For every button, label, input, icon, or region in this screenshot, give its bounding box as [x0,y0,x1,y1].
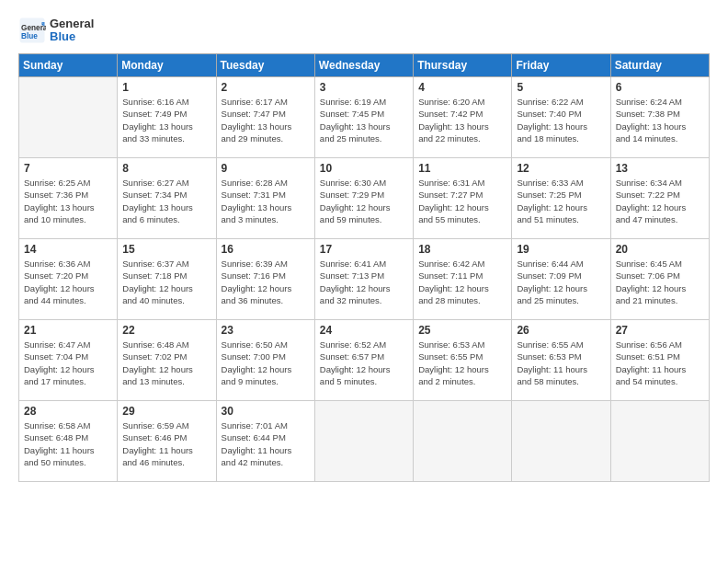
calendar-cell: 23Sunrise: 6:50 AMSunset: 7:00 PMDayligh… [216,320,314,401]
day-info: Sunrise: 6:53 AMSunset: 6:55 PMDaylight:… [418,339,506,387]
calendar-cell: 27Sunrise: 6:56 AMSunset: 6:51 PMDayligh… [610,320,709,401]
calendar-cell: 28Sunrise: 6:58 AMSunset: 6:48 PMDayligh… [19,401,118,482]
day-info: Sunrise: 6:31 AMSunset: 7:27 PMDaylight:… [418,177,506,225]
day-number: 18 [418,243,506,256]
day-info: Sunrise: 7:01 AMSunset: 6:44 PMDaylight:… [222,419,310,468]
day-number: 10 [320,162,408,175]
calendar-cell: 15Sunrise: 6:37 AMSunset: 7:18 PMDayligh… [118,239,216,320]
calendar-cell: 5Sunrise: 6:22 AMSunset: 7:40 PMDaylight… [512,77,610,158]
day-number: 7 [24,162,112,175]
calendar-cell: 11Sunrise: 6:31 AMSunset: 7:27 PMDayligh… [414,158,512,239]
weekday-header-friday: Friday [512,54,610,77]
calendar-cell: 12Sunrise: 6:33 AMSunset: 7:25 PMDayligh… [512,158,610,239]
day-info: Sunrise: 6:27 AMSunset: 7:34 PMDaylight:… [122,177,210,225]
day-info: Sunrise: 6:37 AMSunset: 7:18 PMDaylight:… [122,258,210,306]
day-info: Sunrise: 6:41 AMSunset: 7:13 PMDaylight:… [320,258,408,306]
day-number: 12 [517,162,605,175]
day-number: 30 [222,405,310,418]
weekday-header-saturday: Saturday [610,54,709,77]
day-number: 13 [616,162,704,175]
day-info: Sunrise: 6:59 AMSunset: 6:46 PMDaylight:… [122,419,210,468]
logo-icon: General Blue [18,17,46,44]
day-number: 29 [122,405,210,418]
day-info: Sunrise: 6:30 AMSunset: 7:29 PMDaylight:… [320,177,408,225]
calendar-cell: 20Sunrise: 6:45 AMSunset: 7:06 PMDayligh… [610,239,709,320]
calendar-cell: 4Sunrise: 6:20 AMSunset: 7:42 PMDaylight… [414,77,512,158]
day-number: 3 [320,81,408,94]
week-row-3: 14Sunrise: 6:36 AMSunset: 7:20 PMDayligh… [19,239,710,320]
day-info: Sunrise: 6:48 AMSunset: 7:02 PMDaylight:… [122,339,210,387]
calendar-cell: 1Sunrise: 6:16 AMSunset: 7:49 PMDaylight… [118,77,216,158]
day-number: 1 [122,81,210,94]
day-number: 20 [616,243,704,256]
weekday-header-row: SundayMondayTuesdayWednesdayThursdayFrid… [19,54,710,77]
day-info: Sunrise: 6:33 AMSunset: 7:25 PMDaylight:… [517,177,605,225]
day-info: Sunrise: 6:19 AMSunset: 7:45 PMDaylight:… [320,96,408,144]
calendar-cell [512,401,610,482]
day-number: 4 [418,81,506,94]
logo-blue-text: Blue [50,30,94,43]
day-number: 24 [320,324,408,337]
calendar-cell: 30Sunrise: 7:01 AMSunset: 6:44 PMDayligh… [216,401,314,482]
day-number: 17 [320,243,408,256]
day-number: 8 [122,162,210,175]
day-info: Sunrise: 6:52 AMSunset: 6:57 PMDaylight:… [320,339,408,387]
calendar-cell [414,401,512,482]
calendar-cell: 29Sunrise: 6:59 AMSunset: 6:46 PMDayligh… [118,401,216,482]
day-number: 19 [517,243,605,256]
day-number: 16 [222,243,310,256]
calendar-cell [19,77,118,158]
day-info: Sunrise: 6:22 AMSunset: 7:40 PMDaylight:… [517,96,605,144]
calendar-cell: 18Sunrise: 6:42 AMSunset: 7:11 PMDayligh… [414,239,512,320]
day-number: 21 [24,324,112,337]
day-number: 14 [24,243,112,256]
header: General Blue General Blue [18,17,710,44]
day-number: 5 [517,81,605,94]
calendar-cell: 19Sunrise: 6:44 AMSunset: 7:09 PMDayligh… [512,239,610,320]
calendar-cell: 14Sunrise: 6:36 AMSunset: 7:20 PMDayligh… [19,239,118,320]
weekday-header-wednesday: Wednesday [314,54,413,77]
calendar-cell: 3Sunrise: 6:19 AMSunset: 7:45 PMDaylight… [314,77,413,158]
weekday-header-tuesday: Tuesday [216,54,314,77]
calendar-cell: 25Sunrise: 6:53 AMSunset: 6:55 PMDayligh… [414,320,512,401]
day-info: Sunrise: 6:17 AMSunset: 7:47 PMDaylight:… [222,96,310,144]
day-info: Sunrise: 6:20 AMSunset: 7:42 PMDaylight:… [418,96,506,144]
day-info: Sunrise: 6:34 AMSunset: 7:22 PMDaylight:… [616,177,704,225]
day-number: 6 [616,81,704,94]
day-info: Sunrise: 6:28 AMSunset: 7:31 PMDaylight:… [222,177,310,225]
calendar-cell: 7Sunrise: 6:25 AMSunset: 7:36 PMDaylight… [19,158,118,239]
day-info: Sunrise: 6:16 AMSunset: 7:49 PMDaylight:… [122,96,210,144]
day-info: Sunrise: 6:45 AMSunset: 7:06 PMDaylight:… [616,258,704,306]
calendar-cell: 24Sunrise: 6:52 AMSunset: 6:57 PMDayligh… [314,320,413,401]
day-info: Sunrise: 6:24 AMSunset: 7:38 PMDaylight:… [616,96,704,144]
day-info: Sunrise: 6:50 AMSunset: 7:00 PMDaylight:… [222,339,310,387]
calendar-cell: 26Sunrise: 6:55 AMSunset: 6:53 PMDayligh… [512,320,610,401]
day-info: Sunrise: 6:25 AMSunset: 7:36 PMDaylight:… [24,177,112,225]
day-info: Sunrise: 6:44 AMSunset: 7:09 PMDaylight:… [517,258,605,306]
day-info: Sunrise: 6:36 AMSunset: 7:20 PMDaylight:… [24,258,112,306]
calendar-cell: 8Sunrise: 6:27 AMSunset: 7:34 PMDaylight… [118,158,216,239]
calendar-cell: 2Sunrise: 6:17 AMSunset: 7:47 PMDaylight… [216,77,314,158]
calendar-cell: 10Sunrise: 6:30 AMSunset: 7:29 PMDayligh… [314,158,413,239]
day-number: 27 [616,324,704,337]
week-row-1: 1Sunrise: 6:16 AMSunset: 7:49 PMDaylight… [19,77,710,158]
calendar-cell: 9Sunrise: 6:28 AMSunset: 7:31 PMDaylight… [216,158,314,239]
day-number: 2 [222,81,310,94]
day-number: 28 [24,405,112,418]
day-number: 26 [517,324,605,337]
calendar-cell: 21Sunrise: 6:47 AMSunset: 7:04 PMDayligh… [19,320,118,401]
calendar-cell: 22Sunrise: 6:48 AMSunset: 7:02 PMDayligh… [118,320,216,401]
week-row-5: 28Sunrise: 6:58 AMSunset: 6:48 PMDayligh… [19,401,710,482]
day-number: 11 [418,162,506,175]
calendar-cell [610,401,709,482]
calendar: SundayMondayTuesdayWednesdayThursdayFrid… [18,53,710,482]
day-number: 23 [222,324,310,337]
day-info: Sunrise: 6:39 AMSunset: 7:16 PMDaylight:… [222,258,310,306]
weekday-header-sunday: Sunday [19,54,118,77]
day-info: Sunrise: 6:42 AMSunset: 7:11 PMDaylight:… [418,258,506,306]
day-info: Sunrise: 6:58 AMSunset: 6:48 PMDaylight:… [24,419,112,468]
day-info: Sunrise: 6:47 AMSunset: 7:04 PMDaylight:… [24,339,112,387]
day-number: 22 [122,324,210,337]
calendar-cell: 6Sunrise: 6:24 AMSunset: 7:38 PMDaylight… [610,77,709,158]
logo-general-text: General [50,17,94,30]
